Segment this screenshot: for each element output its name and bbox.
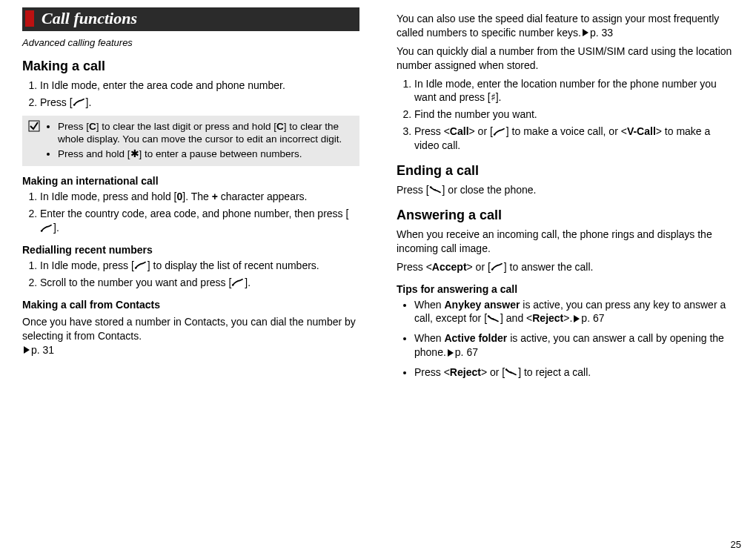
sim-dial-steps: In Idle mode, enter the location number …: [397, 77, 734, 153]
subtopic-redialling: Redialling recent numbers: [22, 244, 359, 256]
call-icon: [40, 224, 53, 233]
reference-arrow-icon: [24, 346, 30, 354]
check-icon: [28, 120, 42, 162]
call-icon: [73, 98, 86, 107]
reference-arrow-icon: [448, 349, 454, 357]
list-item: Scroll to the number you want and press …: [40, 276, 359, 290]
end-icon: [487, 314, 500, 323]
call-icon: [493, 128, 506, 136]
list-item: Find the number you want.: [414, 107, 734, 122]
header-accent-bar: [25, 10, 34, 27]
list-item: Press [].: [40, 96, 359, 110]
end-icon: [429, 185, 442, 194]
list-item: In Idle mode, enter the area code and ph…: [40, 79, 359, 93]
end-icon: [505, 368, 518, 377]
topic-answering-a-call: Answering a call: [397, 208, 734, 223]
list-item: Press <Reject> or [] to reject a call.: [414, 365, 734, 380]
call-icon: [134, 261, 147, 270]
list-item: Press <Call> or [] to make a voice call,…: [414, 125, 734, 153]
list-item: In Idle mode, press [] to display the li…: [40, 259, 359, 273]
section-title: Call functions: [42, 9, 137, 28]
topic-ending-a-call: Ending a call: [397, 163, 734, 179]
making-call-steps: In Idle mode, enter the area code and ph…: [22, 79, 359, 110]
tip-item: Press [C] to clear the last digit or pre…: [58, 120, 354, 146]
redialling-steps: In Idle mode, press [] to display the li…: [22, 259, 359, 290]
topic-making-a-call: Making a call: [22, 59, 359, 74]
subtopic-call-from-contacts: Making a call from Contacts: [22, 299, 359, 311]
accept-call-paragraph: Press <Accept> or [] to answer the call.: [397, 260, 734, 274]
list-item: When Active folder is active, you can an…: [414, 331, 734, 360]
left-column: Call functions Advanced calling features…: [22, 7, 359, 385]
right-column: You can also use the speed dial feature …: [397, 7, 734, 385]
section-subtitle: Advanced calling features: [22, 37, 359, 48]
tip-item: Press and hold [✱] to enter a pause betw…: [58, 148, 354, 161]
reference-arrow-icon: [583, 29, 588, 36]
list-item: In Idle mode, press and hold [0]. The + …: [40, 190, 359, 204]
incoming-call-paragraph: When you receive an incoming call, the p…: [397, 228, 734, 256]
list-item: In Idle mode, enter the location number …: [414, 77, 734, 105]
call-icon: [491, 262, 504, 271]
speed-dial-paragraph: You can also use the speed dial feature …: [397, 12, 734, 40]
contacts-paragraph: Once you have stored a number in Contact…: [22, 315, 359, 357]
answering-tips-list: When Anykey answer is active, you can pr…: [397, 298, 734, 380]
tip-box: Press [C] to clear the last digit or pre…: [22, 116, 359, 167]
ending-call-paragraph: Press [] or close the phone.: [397, 183, 734, 197]
section-header: Call functions: [22, 7, 359, 31]
sim-dial-paragraph: You can quickly dial a number from the U…: [397, 44, 734, 73]
list-item: When Anykey answer is active, you can pr…: [414, 298, 734, 326]
international-call-steps: In Idle mode, press and hold [0]. The + …: [22, 190, 359, 235]
subtopic-answering-tips: Tips for answering a call: [397, 283, 734, 295]
page-number: 25: [731, 539, 741, 550]
list-item: Enter the country code, area code, and p…: [40, 207, 359, 235]
call-icon: [231, 278, 245, 287]
subtopic-international-call: Making an international call: [22, 175, 359, 187]
reference-arrow-icon: [574, 315, 580, 322]
